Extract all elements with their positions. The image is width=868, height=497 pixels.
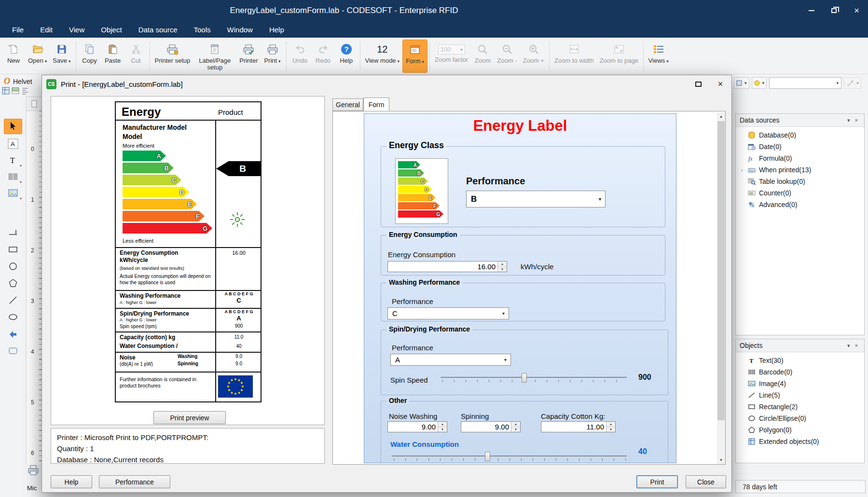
- format-grid-icon[interactable]: [2, 87, 10, 95]
- text-tool[interactable]: T▾: [4, 152, 22, 168]
- datasource-item-date[interactable]: Date(0): [736, 141, 864, 152]
- spin-speed-slider[interactable]: [441, 372, 627, 384]
- objects-item-rectangle[interactable]: Rectangle(2): [736, 401, 864, 413]
- objects-item-image[interactable]: Image(4): [736, 378, 864, 389]
- scroll-up-icon[interactable]: ▲: [717, 112, 725, 121]
- performance-button[interactable]: Performance: [99, 475, 170, 488]
- printer-setup-button[interactable]: Printer setup: [152, 40, 193, 73]
- format-fields-icon[interactable]: [12, 87, 19, 95]
- printer-button[interactable]: Printer: [236, 40, 261, 73]
- polygon-tool[interactable]: [4, 276, 22, 291]
- close-dialog-button[interactable]: Close: [686, 475, 726, 488]
- minimize-button[interactable]: [800, 0, 823, 21]
- objects-item-text[interactable]: T Text(30): [736, 355, 864, 366]
- oblique-line-tool[interactable]: [4, 292, 22, 308]
- text-block-tool[interactable]: A: [4, 136, 22, 152]
- print-preview-button[interactable]: Print preview: [153, 411, 226, 424]
- redo-button[interactable]: Redo: [312, 40, 335, 73]
- washing-performance-select[interactable]: C ▾: [387, 307, 509, 319]
- collapse-panel-icon[interactable]: ▾: [845, 343, 853, 349]
- close-window-button[interactable]: ×: [845, 0, 868, 21]
- menu-help[interactable]: Help: [261, 21, 292, 38]
- style-button[interactable]: ▾: [734, 77, 749, 89]
- slider-thumb[interactable]: [522, 373, 527, 383]
- spin-down-icon[interactable]: ▼: [511, 427, 520, 432]
- image-tool[interactable]: ▾: [4, 185, 22, 201]
- close-panel-icon[interactable]: ×: [853, 117, 860, 123]
- slider-thumb[interactable]: [485, 452, 490, 461]
- objects-item-circle[interactable]: Circle/Ellipse(0): [736, 413, 864, 424]
- spin-up-icon[interactable]: ▲: [438, 422, 447, 427]
- scroll-down-icon[interactable]: ▼: [717, 456, 725, 464]
- menu-data-source[interactable]: Data source: [130, 21, 186, 38]
- style-combo[interactable]: ▾: [769, 77, 841, 89]
- spin-up-icon[interactable]: ▲: [498, 262, 507, 267]
- tab-general[interactable]: General: [332, 98, 363, 111]
- menu-view[interactable]: View: [61, 21, 93, 38]
- zoom-button[interactable]: Zoom: [471, 40, 494, 73]
- barcode-tool[interactable]: ▾: [4, 169, 22, 184]
- objects-item-line[interactable]: Line(5): [736, 389, 864, 401]
- pointer-tool[interactable]: [4, 119, 22, 134]
- datasource-item-formula[interactable]: fx Formula(0): [736, 152, 864, 164]
- energy-consumption-spinner[interactable]: 16.00 ▲▼: [387, 261, 507, 272]
- close-panel-icon[interactable]: ×: [853, 343, 860, 348]
- horizontal-line-tool[interactable]: [4, 225, 22, 240]
- help-button[interactable]: ? Help: [335, 40, 358, 73]
- form-mode-button[interactable]: Form▾: [402, 40, 427, 73]
- datasource-item-database[interactable]: Database(0): [736, 129, 864, 141]
- spin-up-icon[interactable]: ▲: [606, 422, 615, 427]
- ellipse-tool[interactable]: [4, 309, 22, 325]
- dialog-maximize-button[interactable]: [691, 78, 705, 90]
- spin-down-icon[interactable]: ▼: [606, 427, 615, 432]
- zoom-to-width-button[interactable]: Zoom to width: [551, 40, 597, 73]
- effects-button[interactable]: ▾: [752, 77, 767, 89]
- noise-washing-spinner[interactable]: 9.00 ▲▼: [387, 421, 447, 432]
- zoom-factor-combo[interactable]: 100▾ Zoom factor: [432, 40, 471, 73]
- undo-button[interactable]: Undo: [289, 40, 312, 73]
- view-mode-button[interactable]: 12 View mode▾: [362, 40, 403, 73]
- objects-item-barcode[interactable]: Barcode(0): [736, 366, 864, 378]
- objects-item-extended[interactable]: Extended objects(0): [736, 436, 864, 447]
- zoom-in-button[interactable]: Zoom +: [520, 40, 547, 73]
- copy-button[interactable]: Copy: [78, 40, 101, 73]
- menu-tools[interactable]: Tools: [186, 21, 219, 38]
- views-button[interactable]: Views▾: [646, 40, 672, 73]
- spin-down-icon[interactable]: ▼: [438, 427, 447, 432]
- spinning-spinner[interactable]: 9.00 ▲▼: [461, 421, 521, 432]
- restore-button[interactable]: [823, 0, 845, 21]
- spin-performance-select[interactable]: A ▾: [390, 354, 511, 366]
- water-consumption-slider[interactable]: [392, 451, 627, 462]
- menu-file[interactable]: File: [4, 21, 32, 38]
- zoom-to-page-button[interactable]: Zoom to page: [597, 40, 641, 73]
- dialog-titlebar[interactable]: CS Print - [EnergyLabel_customForm.lab] …: [42, 75, 731, 93]
- menu-edit[interactable]: Edit: [32, 21, 61, 38]
- datasource-item-when-printed[interactable]: › When printed(13): [736, 164, 864, 176]
- font-selector[interactable]: O Helvet: [4, 76, 32, 86]
- menu-object[interactable]: Object: [93, 21, 130, 38]
- zoom-out-button[interactable]: Zoom -: [494, 40, 520, 73]
- spin-down-icon[interactable]: ▼: [498, 267, 507, 272]
- tree-expander-icon[interactable]: ›: [740, 167, 744, 173]
- paste-button[interactable]: Paste: [101, 40, 124, 73]
- collapse-panel-icon[interactable]: ▾: [845, 117, 853, 124]
- circle-tool[interactable]: [4, 259, 22, 274]
- format-align-icon[interactable]: [21, 87, 29, 95]
- scrollbar-thumb[interactable]: [717, 121, 725, 420]
- spin-up-icon[interactable]: ▲: [511, 422, 520, 427]
- datasource-item-counter[interactable]: 00 Counter(0): [736, 187, 864, 199]
- energy-class-select[interactable]: B ▾: [466, 191, 606, 207]
- menu-window[interactable]: Window: [219, 21, 261, 38]
- new-button[interactable]: New: [2, 40, 25, 73]
- rounded-rectangle-tool[interactable]: [4, 343, 22, 359]
- cut-button[interactable]: Cut: [124, 40, 148, 73]
- rectangle-tool[interactable]: [4, 242, 22, 257]
- print-confirm-button[interactable]: Print: [636, 475, 678, 488]
- objects-item-polygon[interactable]: Polygon(0): [736, 424, 864, 436]
- dialog-close-button[interactable]: ×: [713, 78, 728, 90]
- datasource-item-advanced[interactable]: Advanced(0): [736, 199, 864, 210]
- datasource-item-table-lookup[interactable]: Table lookup(0): [736, 176, 864, 187]
- save-button[interactable]: Save▾: [50, 40, 73, 73]
- label-page-setup-button[interactable]: Label/Page setup: [193, 40, 236, 73]
- open-button[interactable]: Open▾: [25, 40, 50, 73]
